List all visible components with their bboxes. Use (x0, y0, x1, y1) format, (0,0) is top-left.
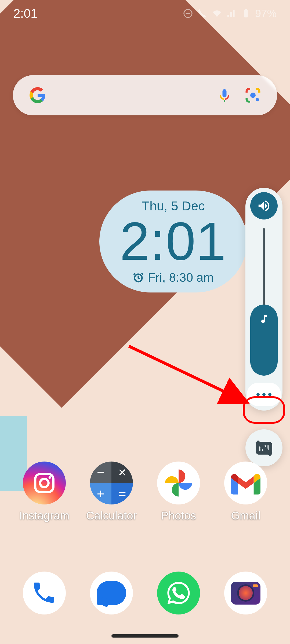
app-row: Instagram −× += Calculator Photos Gmail (0, 462, 290, 522)
svg-rect-2 (244, 10, 248, 17)
slider-fill (250, 305, 278, 376)
volume-up-icon (257, 199, 271, 213)
app-label: Instagram (19, 509, 70, 522)
dock (0, 572, 290, 614)
google-search-bar[interactable] (13, 75, 277, 115)
widget-time: 2:01 (120, 214, 226, 268)
app-photos[interactable]: Photos (149, 462, 208, 522)
camera-icon (224, 572, 267, 614)
photos-icon (157, 462, 200, 504)
status-bar: 2:01 97% (0, 0, 290, 27)
battery-percent: 97% (255, 8, 277, 20)
svg-rect-3 (245, 9, 247, 10)
svg-point-4 (250, 93, 256, 98)
widget-alarm: Fri, 8:30 am (133, 270, 213, 285)
music-note-icon (259, 314, 269, 324)
app-label: Calculator (86, 509, 137, 522)
gmail-icon (224, 462, 267, 504)
live-caption-button[interactable] (245, 429, 282, 466)
volume-panel (245, 188, 282, 411)
mic-icon[interactable] (216, 87, 233, 103)
app-calculator[interactable]: −× += Calculator (82, 462, 141, 522)
wifi-calling-icon (197, 8, 208, 19)
status-time: 2:01 (13, 6, 38, 21)
alarm-icon (133, 272, 144, 283)
caption-off-icon (255, 439, 273, 456)
app-label: Gmail (231, 509, 260, 522)
app-messages[interactable] (82, 572, 141, 614)
nav-handle[interactable] (111, 634, 179, 638)
dnd-icon (183, 8, 193, 19)
svg-point-5 (256, 98, 259, 101)
dot (256, 393, 260, 396)
signal-icon (226, 8, 237, 19)
status-icons: 97% (183, 8, 277, 20)
wifi-icon (212, 8, 222, 19)
whatsapp-icon (157, 572, 200, 614)
app-whatsapp[interactable] (149, 572, 208, 614)
instagram-icon (23, 462, 66, 504)
google-lens-icon[interactable] (245, 87, 261, 103)
svg-point-15 (40, 479, 49, 487)
google-logo-icon (29, 87, 46, 104)
app-gmail[interactable]: Gmail (216, 462, 275, 522)
volume-more-button[interactable] (247, 383, 281, 406)
phone-icon (23, 572, 66, 614)
calculator-icon: −× += (90, 462, 133, 504)
battery-icon (241, 8, 251, 19)
app-phone[interactable] (15, 572, 74, 614)
ring-mode-button[interactable] (250, 192, 278, 219)
messages-icon (90, 572, 133, 614)
app-camera[interactable] (216, 572, 275, 614)
dot (262, 393, 266, 396)
volume-slider[interactable] (250, 228, 278, 376)
svg-point-16 (49, 476, 51, 479)
dot (268, 393, 271, 396)
widget-alarm-text: Fri, 8:30 am (148, 270, 213, 285)
app-instagram[interactable]: Instagram (15, 462, 74, 522)
app-label: Photos (161, 509, 196, 522)
clock-widget[interactable]: Thu, 5 Dec 2:01 Fri, 8:30 am (99, 191, 247, 292)
